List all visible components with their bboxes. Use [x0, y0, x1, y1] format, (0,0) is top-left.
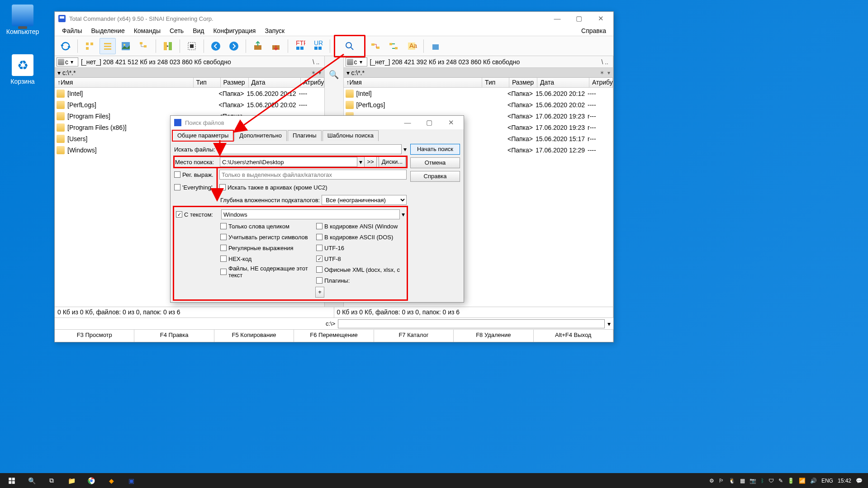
- dropdown-icon[interactable]: ▾: [607, 320, 611, 327]
- table-row[interactable]: [Intel]<Папка>15.06.2020 20:12----: [344, 88, 613, 99]
- table-row[interactable]: [Intel]<Папка>15.06.2020 20:12----: [55, 88, 324, 99]
- tray-icon[interactable]: 🏳: [719, 478, 724, 484]
- text-input[interactable]: [221, 209, 400, 219]
- tray-icon[interactable]: 📷: [749, 478, 756, 484]
- tc-icon[interactable]: ▣: [121, 473, 141, 488]
- col-date[interactable]: Дата: [537, 78, 589, 87]
- back-button[interactable]: [208, 38, 224, 54]
- wifi-icon[interactable]: 📶: [799, 478, 806, 484]
- selected-only-input[interactable]: [219, 170, 407, 180]
- command-input[interactable]: [338, 319, 605, 328]
- fnkey[interactable]: F3 Просмотр: [55, 330, 134, 342]
- view-tree-button[interactable]: [136, 38, 152, 54]
- view-list-button[interactable]: [81, 38, 98, 54]
- language-indicator[interactable]: ENG: [821, 478, 833, 484]
- unpack-button[interactable]: [268, 38, 284, 54]
- table-row[interactable]: [PerfLogs]<Папка>15.06.2020 20:02----: [55, 99, 324, 110]
- tab-plugins[interactable]: Плагины: [288, 130, 322, 141]
- tab-templates[interactable]: Шаблоны поиска: [323, 130, 379, 141]
- drive-selector[interactable]: c ▾: [346, 57, 367, 66]
- table-row[interactable]: [PerfLogs]<Папка>15.06.2020 20:02----: [344, 99, 613, 110]
- col-attr[interactable]: Атрибу: [589, 78, 613, 87]
- checkbox[interactable]: [316, 245, 323, 251]
- col-ext[interactable]: Тип: [482, 78, 509, 87]
- notifications-icon[interactable]: 💬: [856, 478, 863, 484]
- help-button[interactable]: Справка: [410, 171, 460, 182]
- forward-button[interactable]: [226, 38, 242, 54]
- col-name[interactable]: ↑Имя: [344, 78, 483, 87]
- depth-select[interactable]: Все (неограниченная): [322, 195, 407, 205]
- pack-button[interactable]: [250, 38, 266, 54]
- search-icon[interactable]: 🔍: [22, 473, 42, 488]
- sync-button[interactable]: [385, 38, 402, 54]
- fnkey[interactable]: Alt+F4 Выход: [534, 330, 613, 342]
- drives-button[interactable]: Диски...: [379, 156, 406, 167]
- explorer-icon[interactable]: 📁: [62, 473, 81, 488]
- bluetooth-icon[interactable]: ᛒ: [761, 478, 764, 484]
- menu-item[interactable]: Файлы: [57, 26, 86, 35]
- col-attr[interactable]: Атрибу: [301, 78, 324, 87]
- clock[interactable]: 15:42: [838, 478, 851, 484]
- checkbox[interactable]: [316, 256, 323, 262]
- search-files-input[interactable]: [219, 144, 402, 154]
- tab-advanced[interactable]: Дополнительно: [234, 130, 287, 141]
- battery-icon[interactable]: 🔋: [787, 478, 794, 484]
- invert-selection-button[interactable]: [184, 38, 200, 54]
- view-brief-button[interactable]: [100, 38, 116, 54]
- defender-icon[interactable]: 🛡: [768, 478, 774, 484]
- dropdown-icon[interactable]: ▾: [402, 211, 405, 218]
- checkbox[interactable]: [220, 256, 227, 262]
- fnkey[interactable]: F5 Копирование: [214, 330, 294, 342]
- refresh-button[interactable]: [57, 38, 74, 54]
- view-thumbs-button[interactable]: [118, 38, 134, 54]
- favorites-button[interactable]: ✶ ▾: [600, 70, 610, 76]
- fnkey[interactable]: F8 Удаление: [454, 330, 533, 342]
- checkbox-with-text[interactable]: [176, 211, 182, 218]
- start-button[interactable]: [2, 473, 22, 488]
- ftp-button[interactable]: FTP: [292, 38, 308, 54]
- path-row[interactable]: ▾ c:\*.* ✶ ▾: [344, 68, 613, 78]
- checkbox[interactable]: [316, 223, 323, 229]
- col-size[interactable]: Размер: [221, 78, 249, 87]
- menu-item[interactable]: Конфигурация: [209, 26, 260, 35]
- fnkey[interactable]: F6 Перемещение: [294, 330, 374, 342]
- col-size[interactable]: Размер: [509, 78, 537, 87]
- path-row[interactable]: ▾ c:\*.* ✶ ▾: [55, 68, 324, 78]
- desktop-icon-computer[interactable]: Компьютер: [5, 5, 41, 35]
- chrome-icon[interactable]: [81, 473, 101, 488]
- minimize-button[interactable]: —: [548, 12, 566, 25]
- checkbox[interactable]: [220, 234, 227, 240]
- header-row[interactable]: ↑Имя Тип Размер Дата Атрибу: [55, 78, 324, 88]
- url-button[interactable]: URL: [310, 38, 326, 54]
- col-name[interactable]: ↑Имя: [55, 78, 194, 87]
- tray-icon[interactable]: ▦: [740, 478, 745, 484]
- volume-icon[interactable]: 🔊: [810, 478, 817, 484]
- close-button[interactable]: ✕: [592, 12, 610, 25]
- checkbox[interactable]: [316, 277, 323, 284]
- fnkey[interactable]: F7 Каталог: [374, 330, 454, 342]
- notepad-button[interactable]: [427, 38, 444, 54]
- tray-icon[interactable]: ⚙: [709, 478, 714, 484]
- menu-item[interactable]: Сеть: [165, 26, 188, 35]
- close-button[interactable]: ✕: [442, 116, 460, 129]
- multirename-button[interactable]: Aa: [403, 38, 420, 54]
- tray-icon[interactable]: 🐧: [729, 478, 735, 484]
- search-button[interactable]: [334, 35, 365, 57]
- checkbox-regex[interactable]: [174, 171, 180, 178]
- maximize-button[interactable]: ▢: [420, 116, 438, 129]
- col-ext[interactable]: Тип: [194, 78, 221, 87]
- tray-icon[interactable]: ✎: [778, 478, 783, 484]
- desktop-icon-trash[interactable]: Корзина: [5, 54, 41, 85]
- rename-button[interactable]: [367, 38, 384, 54]
- expand-button[interactable]: >>: [364, 156, 377, 167]
- maximize-button[interactable]: ▢: [570, 12, 588, 25]
- tab-general[interactable]: Общие параметры: [172, 130, 233, 141]
- dialog-titlebar[interactable]: Поиск файлов — ▢ ✕: [171, 116, 464, 129]
- search-icon[interactable]: 🔍: [329, 70, 339, 80]
- drive-selector[interactable]: c ▾: [57, 57, 78, 66]
- checkbox[interactable]: [220, 223, 227, 229]
- start-search-button[interactable]: Начать поиск: [410, 144, 460, 155]
- col-date[interactable]: Дата: [249, 78, 301, 87]
- location-input[interactable]: [220, 157, 357, 167]
- cancel-button[interactable]: Отмена: [410, 157, 460, 168]
